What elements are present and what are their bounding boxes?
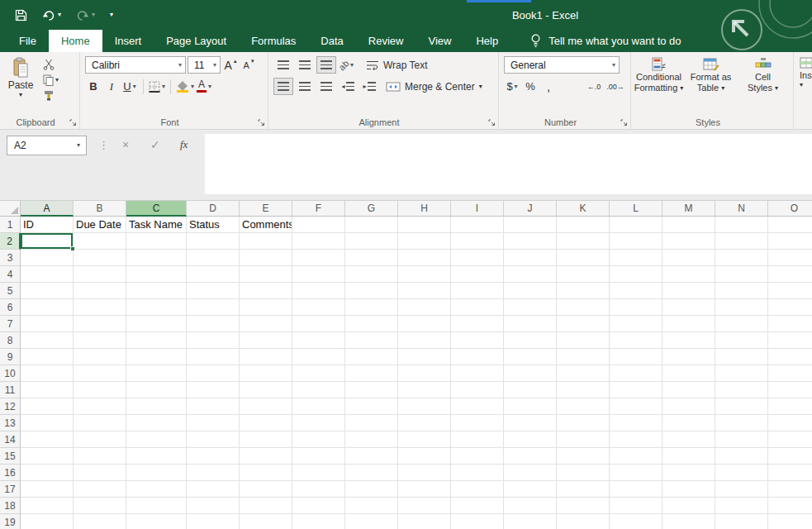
number-dialog-launcher[interactable] [620, 119, 628, 126]
cell-N6[interactable] [715, 299, 768, 316]
customize-qat-button[interactable]: ▾ [110, 12, 113, 18]
cancel-button[interactable]: × [122, 138, 129, 151]
cell-B12[interactable] [74, 398, 126, 415]
column-header-B[interactable]: B [74, 201, 126, 217]
align-center-button[interactable] [295, 78, 315, 95]
cell-L11[interactable] [610, 382, 662, 398]
cell-D9[interactable] [187, 349, 240, 365]
copy-button[interactable]: ▾ [43, 74, 59, 86]
cell-N10[interactable] [715, 365, 768, 382]
increase-font-size-button[interactable]: A ▴ [222, 56, 239, 74]
cell-I7[interactable] [451, 316, 504, 332]
clipboard-dialog-launcher[interactable] [69, 119, 77, 126]
cell-J12[interactable] [504, 398, 557, 415]
cell-C7[interactable] [126, 316, 187, 332]
cell-G4[interactable] [345, 266, 398, 283]
cell-B3[interactable] [74, 250, 126, 266]
row-header-2[interactable]: 2 [0, 233, 21, 250]
cell-J10[interactable] [504, 365, 557, 382]
cell-C2[interactable] [126, 233, 187, 250]
cell-G17[interactable] [345, 481, 398, 498]
cell-I4[interactable] [451, 266, 504, 283]
tab-insert[interactable]: Insert [102, 30, 154, 52]
cell-F7[interactable] [292, 316, 345, 332]
row-header-15[interactable]: 15 [0, 448, 21, 465]
decrease-font-size-button[interactable]: A ▾ [240, 56, 257, 74]
cell-H11[interactable] [398, 382, 451, 398]
row-header-6[interactable]: 6 [0, 299, 21, 316]
cut-button[interactable] [43, 59, 59, 70]
column-header-N[interactable]: N [715, 201, 768, 217]
tab-review[interactable]: Review [356, 30, 416, 52]
cell-B7[interactable] [74, 316, 126, 332]
cell-J6[interactable] [504, 299, 557, 316]
cell-M13[interactable] [662, 415, 715, 431]
align-left-button[interactable] [273, 78, 293, 95]
cell-E18[interactable] [240, 498, 292, 514]
cell-G3[interactable] [345, 250, 398, 266]
cell-B14[interactable] [74, 431, 126, 448]
cell-B13[interactable] [74, 415, 126, 431]
column-header-D[interactable]: D [187, 201, 240, 217]
tab-page-layout[interactable]: Page Layout [154, 30, 239, 52]
cell-B17[interactable] [74, 481, 126, 498]
cell-L3[interactable] [610, 250, 662, 266]
cell-F3[interactable] [292, 250, 345, 266]
increase-decimal-button[interactable]: ←.0 [584, 83, 604, 91]
cell-E17[interactable] [240, 481, 292, 498]
cell-N19[interactable] [715, 514, 768, 529]
tab-data[interactable]: Data [308, 30, 355, 52]
alignment-dialog-launcher[interactable] [488, 119, 496, 126]
cell-J4[interactable] [504, 266, 557, 283]
cell-F5[interactable] [292, 283, 345, 299]
cell-F19[interactable] [292, 514, 345, 529]
cell-F1[interactable] [292, 217, 345, 233]
enter-button[interactable]: ✓ [150, 138, 160, 151]
cell-O12[interactable] [768, 398, 812, 415]
name-box[interactable]: A2 ▾ [7, 136, 87, 155]
cell-M17[interactable] [662, 481, 715, 498]
cell-L13[interactable] [610, 415, 662, 431]
undo-button[interactable]: ▾ [42, 10, 61, 21]
cell-B2[interactable] [74, 233, 126, 250]
merge-center-button[interactable]: Merge & Center ▾ [386, 81, 482, 93]
font-dialog-launcher[interactable] [258, 119, 265, 126]
column-header-I[interactable]: I [451, 201, 504, 217]
cell-L15[interactable] [610, 448, 662, 465]
comma-style-button[interactable]: , [540, 78, 557, 95]
cell-N2[interactable] [715, 233, 768, 250]
cell-A1[interactable]: ID [21, 217, 74, 233]
cell-I19[interactable] [451, 514, 504, 529]
cell-G5[interactable] [345, 283, 398, 299]
cell-H14[interactable] [398, 431, 451, 448]
cell-D11[interactable] [187, 382, 240, 398]
column-header-A[interactable]: A [21, 201, 74, 217]
cell-J16[interactable] [504, 465, 557, 481]
tell-me-box[interactable]: Tell me what you want to do [530, 30, 681, 52]
cell-G2[interactable] [345, 233, 398, 250]
cell-J14[interactable] [504, 431, 557, 448]
cell-H7[interactable] [398, 316, 451, 332]
cell-E1[interactable]: Comments [240, 217, 292, 233]
cell-C10[interactable] [126, 365, 187, 382]
cell-J9[interactable] [504, 349, 557, 365]
cell-F6[interactable] [292, 299, 345, 316]
row-header-13[interactable]: 13 [0, 415, 21, 431]
cell-K19[interactable] [557, 514, 610, 529]
cell-L8[interactable] [610, 332, 662, 349]
cell-F12[interactable] [292, 398, 345, 415]
cell-L9[interactable] [610, 349, 662, 365]
cell-K5[interactable] [557, 283, 610, 299]
cell-M6[interactable] [662, 299, 715, 316]
cell-L5[interactable] [610, 283, 662, 299]
cell-I12[interactable] [451, 398, 504, 415]
cell-B18[interactable] [74, 498, 126, 514]
cell-B15[interactable] [74, 448, 126, 465]
cell-G1[interactable] [345, 217, 398, 233]
cell-M2[interactable] [662, 233, 715, 250]
cell-E12[interactable] [240, 398, 292, 415]
cell-E2[interactable] [240, 233, 292, 250]
column-header-E[interactable]: E [240, 201, 292, 217]
cell-E10[interactable] [240, 365, 292, 382]
cell-B11[interactable] [74, 382, 126, 398]
